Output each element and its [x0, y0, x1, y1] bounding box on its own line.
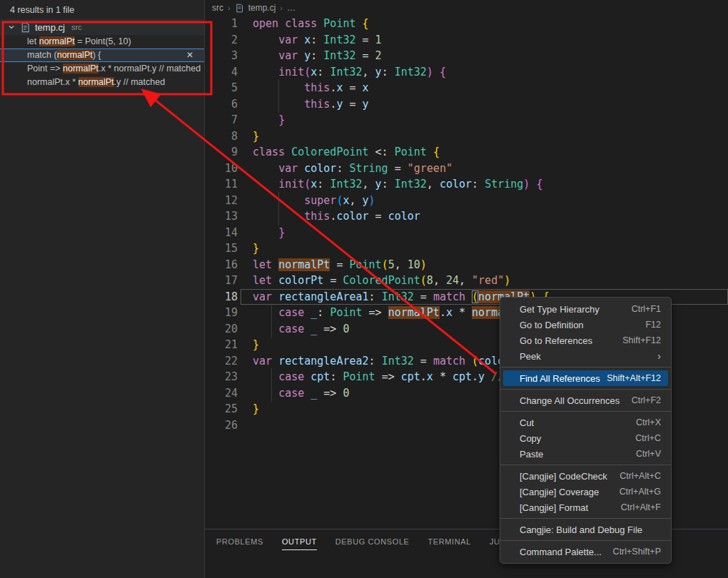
code-line[interactable]: 11 init(x: Int32, y: Int32, color: Strin… [205, 176, 728, 193]
code-token: ( [304, 178, 310, 191]
code-token [253, 178, 278, 191]
code-line[interactable]: 5 this.x = x [205, 80, 728, 96]
menu-item-label: Copy [520, 433, 635, 444]
code-line[interactable]: 8} [205, 128, 728, 145]
menu-item-peek[interactable]: Peek› [503, 348, 668, 364]
search-result-row[interactable]: Point => normalPt.x * normalPt.y // matc… [0, 62, 204, 76]
code-token [253, 226, 278, 239]
code-token: : [310, 49, 317, 62]
chevron-down-icon[interactable] [6, 21, 17, 33]
code-token: : [472, 178, 478, 191]
code-token: ) [420, 258, 427, 271]
menu-item-command-palette[interactable]: Command Palette...Ctrl+Shift+P [503, 544, 668, 559]
code-token [298, 34, 304, 46]
panel-tab-terminal[interactable]: TERMINAL [428, 537, 471, 550]
code-line[interactable]: 14 } [205, 225, 728, 241]
code-token [298, 49, 304, 62]
code-token: : [382, 178, 388, 191]
dismiss-result-button[interactable]: ✕ [186, 49, 193, 61]
code-line[interactable]: 1open class Point { [205, 16, 728, 32]
panel-tab-problems[interactable]: PROBLEMS [216, 537, 263, 550]
code-line[interactable]: 13 this.color = color [205, 208, 728, 225]
code-token: 8 [427, 274, 433, 287]
code-token [272, 274, 278, 287]
line-content: this.color = color [253, 208, 420, 225]
menu-item-go-to-references[interactable]: Go to ReferencesShift+F12 [503, 333, 668, 348]
line-number: 7 [205, 112, 238, 128]
menu-item-copy[interactable]: CopyCtrl+C [503, 430, 668, 446]
line-number: 8 [205, 128, 238, 145]
code-line[interactable]: 12 super(x, y) [205, 193, 728, 209]
menu-item-shortcut: Ctrl+Alt+G [620, 487, 661, 497]
search-result-row[interactable]: let normalPt = Point(5, 10) [0, 35, 204, 49]
code-token [272, 258, 278, 271]
code-token: . [472, 370, 478, 383]
code-token: Int32 [395, 66, 427, 78]
code-token [363, 306, 369, 319]
code-token: x [310, 178, 317, 191]
menu-separator [500, 389, 671, 390]
code-token: * [459, 306, 465, 319]
line-number: 13 [205, 208, 238, 225]
menu-item-paste[interactable]: PasteCtrl+V [503, 446, 668, 462]
code-token: y [304, 49, 310, 62]
code-token: open [253, 17, 278, 30]
code-line[interactable]: 15} [205, 240, 728, 257]
panel-tab-output[interactable]: OUTPUT [282, 537, 317, 550]
search-file-row[interactable]: temp.cj src [0, 19, 204, 35]
breadcrumb-separator-icon: › [228, 4, 231, 12]
code-line[interactable]: 4 init(x: Int32, y: Int32) { [205, 64, 728, 81]
code-line[interactable]: 9class ColoredPoint <: Point { [205, 144, 728, 161]
menu-item-cangjie-build-and-debug-file[interactable]: Cangjie: Build and Debug File [503, 522, 668, 537]
code-token [427, 355, 433, 367]
code-token [356, 98, 363, 111]
breadcrumb-file[interactable]: temp.cj [248, 3, 276, 13]
menu-item-go-to-definition[interactable]: Go to DefinitionF12 [503, 317, 668, 333]
menu-item-change-all-occurrences[interactable]: Change All OccurrencesCtrl+F2 [503, 392, 668, 408]
code-token [465, 306, 472, 319]
code-line[interactable]: 10 var color: String = "green" [205, 161, 728, 177]
code-line[interactable]: 16let normalPt = Point(5, 10) [205, 257, 728, 273]
breadcrumb-symbol[interactable]: … [287, 3, 295, 13]
code-line[interactable]: 17let colorPt = ColoredPoint(8, 24, "red… [205, 273, 728, 289]
code-token: Int32 [330, 178, 362, 191]
menu-item-label: Cangjie: Build and Debug File [520, 524, 661, 535]
search-result-row[interactable]: match (normalPt) {✕ [0, 49, 204, 62]
menu-item-get-type-hierarchy[interactable]: Get Type HierarchyCtrl+F1 [503, 301, 668, 317]
code-token: this [304, 210, 330, 223]
code-token: let [253, 258, 272, 271]
line-content: init(x: Int32, y: Int32, color: String) … [253, 176, 542, 193]
menu-item-cangjie-coverage[interactable]: [Cangjie] CoverageCtrl+Alt+G [503, 484, 668, 500]
code-line[interactable]: 7 } [205, 112, 728, 128]
search-result-row[interactable]: normalPt.x * normalPt.y // matched [0, 76, 204, 89]
menu-item-cangjie-format[interactable]: [Cangjie] FormatCtrl+Alt+F [503, 500, 668, 515]
code-token: { [433, 146, 440, 158]
code-token [465, 274, 472, 287]
code-token [414, 290, 420, 303]
menu-item-cut[interactable]: CutCtrl+X [503, 415, 668, 430]
line-number: 14 [205, 225, 238, 241]
breadcrumb: src › temp.cj › … [205, 0, 728, 16]
code-token: = [349, 98, 355, 111]
code-line[interactable]: 3 var y: Int32 = 2 [205, 48, 728, 64]
code-token [369, 49, 375, 62]
code-token: y [363, 194, 369, 207]
code-token: var [278, 34, 298, 46]
code-token [253, 113, 278, 126]
menu-item-cangjie-codecheck[interactable]: [Cangjie] CodeCheckCtrl+Alt+C [503, 468, 668, 484]
code-line[interactable]: 6 this.y = y [205, 96, 728, 113]
code-token: cpt [401, 370, 420, 383]
code-token: let [253, 274, 272, 287]
breadcrumb-folder[interactable]: src [212, 3, 223, 13]
code-token [382, 210, 388, 223]
menu-item-label: [Cangjie] CodeCheck [520, 471, 620, 482]
line-content: let colorPt = ColoredPoint(8, 24, "red") [253, 273, 510, 289]
search-results-panel: 4 results in 1 file temp.cj src let norm… [0, 0, 205, 578]
code-token: case [278, 370, 304, 383]
code-line[interactable]: 2 var x: Int32 = 1 [205, 32, 728, 49]
code-token: : [317, 66, 323, 78]
code-token: "red" [472, 274, 504, 287]
panel-tab-debug-console[interactable]: DEBUG CONSOLE [335, 537, 410, 550]
line-number: 18 [205, 289, 238, 305]
menu-item-find-all-references[interactable]: Find All ReferencesShift+Alt+F12 [503, 370, 668, 386]
